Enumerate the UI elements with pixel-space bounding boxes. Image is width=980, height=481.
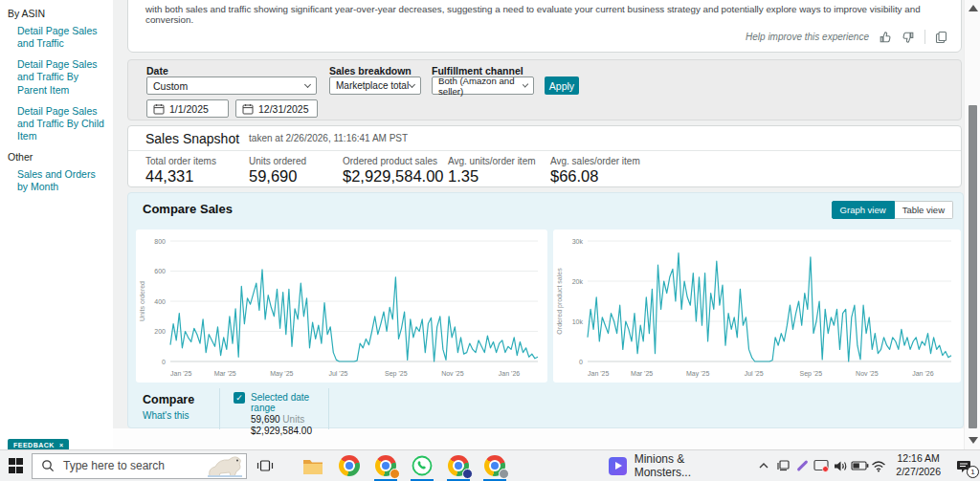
task-view-button[interactable]	[247, 450, 283, 481]
stat-units-ordered: Units ordered 59,690	[249, 156, 343, 186]
profile-badge-icon	[390, 469, 400, 479]
wifi-tray-button[interactable]	[869, 450, 888, 481]
chevron-up-icon	[758, 462, 769, 470]
screen-recorder-tray-button[interactable]	[812, 450, 831, 481]
sidebar-item-detail-page-child-item[interactable]: Detail Page Sales and Traffic By Child I…	[17, 105, 107, 142]
chrome-button[interactable]	[331, 450, 368, 481]
whatsapp-button[interactable]	[404, 450, 440, 481]
svg-text:Jan '26: Jan '26	[912, 370, 933, 377]
fulfillment-channel-value: Both (Amazon and seller)	[438, 76, 523, 97]
whats-this-link[interactable]: What's this	[143, 410, 189, 421]
taskbar-clock[interactable]: 12:16 AM 2/27/2026	[896, 452, 941, 478]
start-button[interactable]	[0, 450, 32, 481]
feedback-tab-label: FEEDBACK	[13, 442, 55, 448]
svg-text:Nov '25: Nov '25	[856, 370, 879, 377]
stat-ordered-product-sales: Ordered product sales $2,929,584.00	[343, 156, 448, 186]
scrollbar[interactable]	[964, 0, 980, 449]
stat-label: Units ordered	[249, 156, 343, 166]
scrollbar-thumb[interactable]	[969, 105, 977, 428]
legend-units-suffix: Units	[280, 414, 305, 425]
taskbar: Type here to search	[0, 449, 980, 481]
notification-center-button[interactable]: 1	[948, 450, 980, 481]
sales-snapshot-card: Sales Snapshot taken at 2/26/2026, 11:16…	[127, 125, 962, 187]
task-view-icon	[256, 458, 274, 473]
stat-avg-sales-per-order: Avg. sales/order item $66.08	[550, 156, 640, 186]
chrome-profile-2-button[interactable]	[440, 450, 477, 481]
fulfillment-channel-select[interactable]: Both (Amazon and seller)	[432, 77, 534, 95]
sales-breakdown-select[interactable]: Marketplace total	[329, 77, 421, 95]
svg-text:0: 0	[162, 359, 166, 365]
stat-value: 44,331	[145, 167, 249, 186]
compare-sales-section: Compare Sales Graph view Table view 0200…	[127, 192, 964, 428]
end-date-input[interactable]: 12/31/2025	[235, 99, 318, 118]
svg-text:0: 0	[579, 359, 583, 365]
svg-text:Nov '25: Nov '25	[441, 370, 464, 377]
svg-text:May '25: May '25	[270, 370, 293, 378]
media-play-icon[interactable]	[609, 457, 626, 475]
svg-text:Mar '25: Mar '25	[631, 370, 653, 377]
scrollbar-up-arrow[interactable]	[969, 5, 978, 11]
volume-tray-button[interactable]	[831, 450, 850, 481]
stat-label: Avg. sales/order item	[550, 156, 640, 166]
scrollbar-down-arrow[interactable]	[969, 437, 978, 444]
report-summary-text: with both sales and traffic showing sign…	[128, 0, 961, 25]
pen-icon	[796, 460, 808, 471]
sidebar-item-detail-page-parent-item[interactable]: Detail Page Sales and Traffic By Parent …	[17, 58, 107, 96]
show-hidden-icons-button[interactable]	[754, 450, 773, 481]
chrome-profile-1-button[interactable]	[368, 450, 404, 481]
svg-text:Jan '25: Jan '25	[588, 370, 609, 377]
copy-icon[interactable]	[935, 31, 947, 44]
stat-label: Total order items	[145, 156, 249, 166]
thumbs-down-icon[interactable]	[902, 31, 915, 44]
media-control[interactable]: Minions & Monsters...	[609, 452, 741, 479]
selected-range-checkbox[interactable]: ✓	[234, 392, 245, 404]
clock-time: 12:16 AM	[896, 452, 941, 466]
stat-label: Avg. units/order item	[448, 156, 550, 166]
clock-date: 2/27/2026	[896, 466, 941, 479]
taskbar-search-input[interactable]: Type here to search	[32, 453, 247, 479]
feedback-close-icon[interactable]: ×	[59, 442, 64, 448]
graph-view-button[interactable]: Graph view	[832, 201, 895, 219]
sales-snapshot-timestamp: taken at 2/26/2026, 11:16:41 AM PST	[249, 133, 408, 143]
media-title: Minions & Monsters...	[635, 452, 742, 479]
start-date-value: 1/1/2025	[169, 103, 209, 115]
svg-text:Jan '25: Jan '25	[170, 370, 191, 377]
file-explorer-button[interactable]	[295, 450, 331, 481]
notification-count-badge: 1	[967, 466, 979, 478]
start-date-input[interactable]: 1/1/2025	[146, 99, 229, 118]
svg-text:400: 400	[154, 298, 166, 305]
battery-icon	[851, 460, 869, 471]
svg-text:800: 800	[154, 238, 166, 245]
apply-button[interactable]: Apply	[545, 77, 579, 95]
sidebar-item-sales-orders-by-month[interactable]: Sales and Orders by Month	[17, 168, 107, 193]
sales-snapshot-header: Sales Snapshot taken at 2/26/2026, 11:16…	[128, 126, 961, 151]
sidebar-item-detail-page-sales-traffic[interactable]: Detail Page Sales and Traffic	[17, 25, 107, 50]
date-filter-label: Date	[146, 65, 168, 77]
stat-value: 1.35	[448, 167, 550, 186]
stat-label: Ordered product sales	[343, 156, 448, 166]
sidebar: By ASIN Detail Page Sales and Traffic De…	[0, 0, 113, 449]
thumbs-up-icon[interactable]	[879, 31, 892, 44]
whatsapp-icon	[412, 455, 433, 476]
screen-record-icon	[813, 459, 830, 472]
svg-text:Jul '25: Jul '25	[745, 370, 764, 377]
table-view-button[interactable]: Table view	[895, 201, 953, 219]
battery-tray-button[interactable]	[850, 450, 869, 481]
chrome-profile-3-button[interactable]	[477, 450, 513, 481]
pen-tray-button[interactable]	[792, 450, 812, 481]
help-improve-row: Help improve this experience	[746, 30, 947, 44]
virtual-desktop-tray-button[interactable]	[773, 450, 792, 481]
sidebar-section-other: Other	[8, 151, 107, 163]
units-ordered-chart-svg: 0200400600800Jan '25Mar '25May '25Jul '2…	[136, 230, 547, 383]
ordered-product-sales-chart: 010k20k30kJan '25Mar '25May '25Jul '25Se…	[553, 230, 961, 383]
speaker-icon	[834, 460, 848, 472]
stat-value: $2,929,584.00	[343, 167, 448, 186]
windows-logo-icon	[9, 458, 24, 473]
legend-units-value: 59,690	[251, 414, 280, 425]
date-range-select[interactable]: Custom	[146, 77, 317, 95]
sidebar-section-by-asin: By ASIN	[8, 8, 107, 19]
svg-text:200: 200	[154, 328, 166, 335]
compare-label: Compare	[143, 393, 194, 406]
compare-sales-title: Compare Sales	[143, 202, 233, 216]
ordered-product-sales-chart-svg: 010k20k30kJan '25Mar '25May '25Jul '25Se…	[553, 230, 961, 383]
